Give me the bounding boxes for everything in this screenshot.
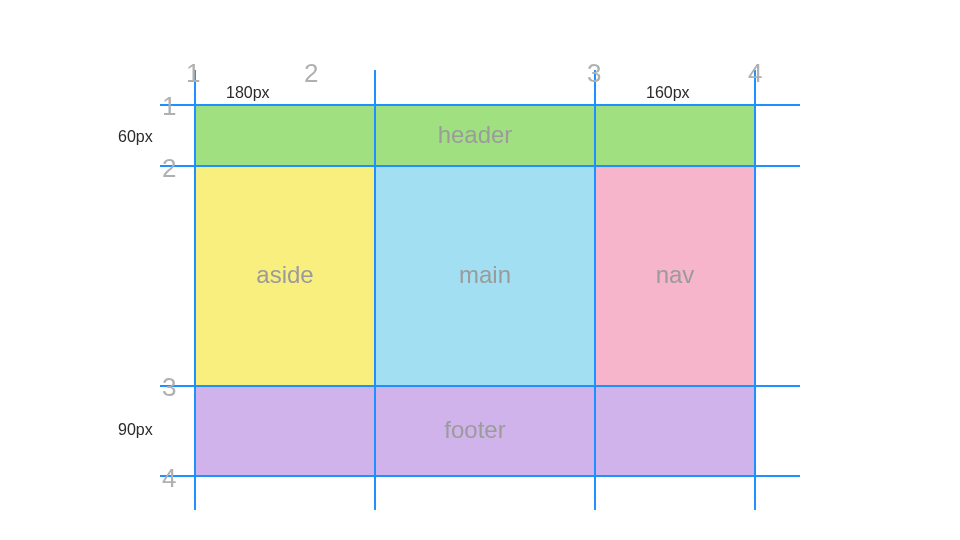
col-size-180: 180px	[226, 85, 270, 101]
col-line-4	[754, 70, 756, 510]
dashed-col-3-footer	[594, 387, 596, 475]
col-index-4: 4	[748, 60, 762, 86]
dashed-col-2-header	[374, 106, 376, 164]
row-index-4: 4	[162, 465, 176, 491]
grid-container: header aside main nav footer	[195, 105, 755, 475]
col-line-1	[194, 70, 196, 510]
row-size-60: 60px	[118, 129, 153, 145]
row-line-1	[160, 104, 800, 106]
col-index-1: 1	[186, 60, 200, 86]
region-header-label: header	[438, 123, 513, 147]
row-index-2: 2	[162, 155, 176, 181]
row-line-4	[160, 475, 800, 477]
row-index-3: 3	[162, 374, 176, 400]
row-line-3	[160, 385, 800, 387]
region-footer-label: footer	[444, 418, 505, 442]
col-size-160: 160px	[646, 85, 690, 101]
region-footer: footer	[195, 385, 755, 475]
row-line-2	[160, 165, 800, 167]
grid-layout-diagram: header aside main nav footer 1 2 3 4 1 2…	[0, 0, 960, 540]
col-index-3: 3	[587, 60, 601, 86]
region-aside: aside	[195, 165, 375, 385]
col-index-2: 2	[304, 60, 318, 86]
region-aside-label: aside	[256, 263, 313, 287]
region-header: header	[195, 105, 755, 165]
row-index-1: 1	[162, 93, 176, 119]
region-main: main	[375, 165, 595, 385]
dashed-col-2-footer	[374, 387, 376, 475]
row-size-90: 90px	[118, 422, 153, 438]
region-nav-label: nav	[656, 263, 695, 287]
region-nav: nav	[595, 165, 755, 385]
dashed-col-3-header	[594, 106, 596, 164]
region-main-label: main	[459, 263, 511, 287]
